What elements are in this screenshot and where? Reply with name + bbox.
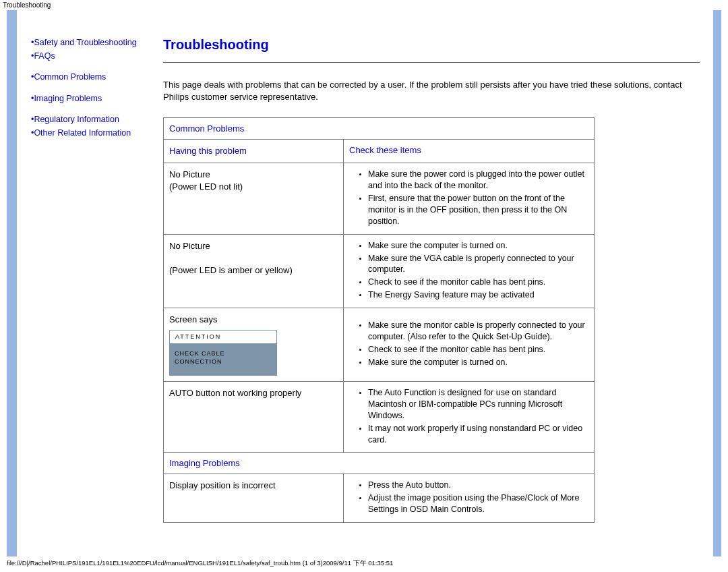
attention-message: CHECK CABLE CONNECTION [169, 344, 277, 376]
checks-cell: Make sure the computer is turned on. Mak… [344, 234, 595, 308]
check-item: It may not work properly if using nonsta… [368, 423, 588, 446]
section-header-common: Common Problems [164, 118, 595, 140]
sidebar-item-imaging-problems[interactable]: •Imaging Problems [31, 93, 152, 105]
problem-cell: AUTO button not working properly [164, 382, 344, 453]
right-accent-bar [713, 10, 721, 556]
check-item: Make sure the computer is turned on. [368, 240, 588, 252]
sidebar-item-other-related[interactable]: •Other Related Information [31, 127, 152, 140]
sidebar-link[interactable]: Imaging Problems [34, 94, 102, 103]
check-item: Adjust the image position using the Phas… [368, 492, 588, 515]
section-row-common: Common Problems [164, 118, 595, 140]
sidebar-link[interactable]: Other Related Information [34, 128, 131, 138]
problem-line: (Power LED not lit) [169, 181, 243, 192]
check-list: The Auto Function is designed for use on… [361, 387, 588, 445]
problem-line: No Picture [169, 241, 210, 251]
check-item: First, ensure that the power button on t… [368, 193, 588, 227]
check-item: Check to see if the monitor cable has be… [368, 277, 588, 288]
table-row: No Picture (Power LED is amber or yellow… [164, 234, 595, 308]
problem-line: Display position is incorrect [169, 480, 276, 490]
left-accent-bar [7, 10, 17, 556]
check-item: Check to see if the monitor cable has be… [368, 344, 588, 355]
problem-line: (Power LED is amber or yellow) [169, 265, 293, 275]
sidebar-link[interactable]: Regulatory Information [34, 115, 119, 124]
check-item: Make sure the power cord is plugged into… [368, 169, 588, 192]
check-item: The Energy Saving feature may be activat… [368, 289, 588, 301]
check-item: The Auto Function is designed for use on… [368, 387, 588, 422]
check-item: Make sure the computer is turned on. [368, 357, 588, 368]
problem-line: AUTO button not working properly [169, 388, 301, 398]
sidebar-item-common-problems[interactable]: •Common Problems [31, 72, 152, 84]
checks-cell: Make sure the monitor cable is properly … [344, 308, 595, 382]
sidebar-link[interactable]: Safety and Troubleshooting [34, 38, 136, 47]
table-row: AUTO button not working properly The Aut… [164, 382, 595, 453]
checks-cell: Press the Auto button. Adjust the image … [344, 474, 595, 523]
check-list: Make sure the computer is turned on. Mak… [361, 240, 588, 301]
table-row: Screen says ATTENTION CHECK CABLE CONNEC… [164, 308, 595, 382]
outer-wrap: •Safety and Troubleshooting •FAQs •Commo… [7, 10, 721, 556]
section-row-imaging: Imaging Problems [164, 453, 595, 474]
problem-cell: Screen says ATTENTION CHECK CABLE CONNEC… [164, 308, 344, 382]
check-item: Make sure the VGA cable is properly conn… [368, 253, 588, 276]
main-content: Troubleshooting This page deals with pro… [156, 37, 713, 556]
page-heading: Troubleshooting [163, 37, 700, 53]
attention-label: ATTENTION [169, 330, 277, 344]
checks-cell: Make sure the power cord is plugged into… [344, 163, 595, 234]
problem-cell: Display position is incorrect [164, 474, 344, 523]
sidebar-link[interactable]: Common Problems [34, 72, 106, 82]
check-list: Press the Auto button. Adjust the image … [361, 480, 588, 515]
check-item: Make sure the monitor cable is properly … [368, 320, 588, 343]
sidebar-item-regulatory[interactable]: •Regulatory Information [31, 114, 152, 126]
sidebar-item-faqs[interactable]: •FAQs [31, 51, 152, 63]
col-header-right: Check these items [344, 140, 595, 163]
check-item: Press the Auto button. [368, 480, 588, 491]
table-row: Display position is incorrect Press the … [164, 474, 595, 523]
problem-cell: No Picture (Power LED is amber or yellow… [164, 234, 344, 308]
check-list: Make sure the power cord is plugged into… [361, 169, 588, 227]
problem-line: No Picture [169, 169, 210, 179]
sidebar-link[interactable]: FAQs [34, 51, 55, 61]
checks-cell: The Auto Function is designed for use on… [344, 382, 595, 453]
table-row: No Picture (Power LED not lit) Make sure… [164, 163, 595, 234]
problem-cell: No Picture (Power LED not lit) [164, 163, 344, 234]
sidebar: •Safety and Troubleshooting •FAQs •Commo… [27, 37, 156, 556]
content-row: •Safety and Troubleshooting •FAQs •Commo… [27, 10, 713, 556]
column-header-row: Having this problem Check these items [164, 140, 595, 163]
left-gap [17, 10, 27, 556]
check-list: Make sure the monitor cable is properly … [361, 320, 588, 368]
section-header-imaging: Imaging Problems [164, 453, 595, 474]
troubleshooting-table: Common Problems Having this problem Chec… [163, 117, 595, 523]
sidebar-item-safety[interactable]: •Safety and Troubleshooting [31, 37, 152, 49]
window-title: Troubleshooting [0, 0, 728, 10]
attention-screen: ATTENTION CHECK CABLE CONNECTION [169, 330, 277, 376]
col-header-left: Having this problem [164, 140, 344, 163]
heading-rule [163, 62, 700, 63]
problem-line: Screen says [169, 314, 218, 324]
intro-text: This page deals with problems that can b… [163, 79, 700, 103]
footer-file-path: file:///D|/Rachel/PHILIPS/191EL1/191EL1%… [0, 556, 728, 572]
